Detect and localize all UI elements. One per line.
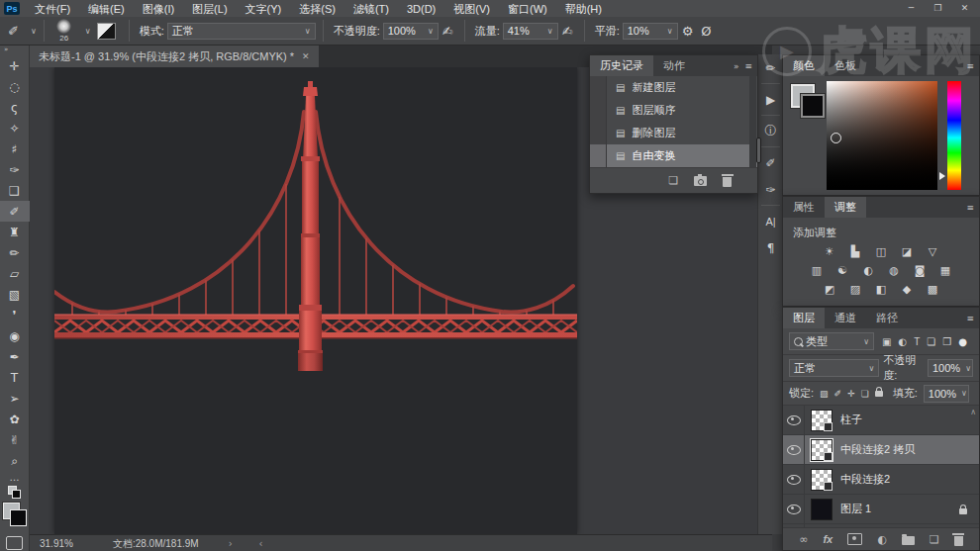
layer-name[interactable]: 中段连接2 拷贝	[840, 442, 915, 457]
menu-3d[interactable]: 3D(D)	[398, 1, 444, 17]
new-snapshot-camera-icon[interactable]	[694, 176, 707, 186]
symmetry-icon[interactable]: Ø	[701, 24, 711, 39]
history-item-selected[interactable]: ▤ 自由变换	[590, 144, 757, 167]
layer-row[interactable]: 图层 1	[783, 495, 979, 524]
hue-slider-handle[interactable]	[939, 172, 945, 180]
layer-blend-mode-select[interactable]: 正常 ∨	[789, 359, 879, 377]
history-item[interactable]: ▤ 删除图层	[590, 122, 757, 144]
menu-type[interactable]: 文字(Y)	[237, 1, 291, 17]
brush-settings-icon[interactable]: ✏	[758, 54, 783, 81]
add-layer-mask-icon[interactable]	[847, 533, 862, 545]
history-source-checkbox[interactable]	[590, 99, 607, 122]
lock-transparency-icon[interactable]: ▨	[820, 389, 829, 399]
panel-collapse-icon[interactable]: »	[734, 61, 739, 71]
layer-visibility-toggle[interactable]	[783, 435, 805, 464]
color-panel-swatches[interactable]	[791, 84, 825, 118]
tab-paths[interactable]: 路径	[866, 308, 908, 328]
saturation-brightness-field[interactable]	[827, 81, 937, 190]
actions-icon[interactable]: ▶	[758, 86, 783, 113]
panel-menu-icon[interactable]: ≡	[744, 61, 752, 71]
paragraph-panel-icon[interactable]: ¶	[758, 234, 783, 261]
restore-button[interactable]: ❐	[925, 0, 951, 16]
blend-mode-select[interactable]: 正常 ∨	[167, 23, 316, 40]
document-canvas[interactable]	[54, 67, 577, 534]
layer-filter-select[interactable]: 类型 ∨	[789, 332, 874, 350]
tab-actions[interactable]: 动作	[653, 55, 695, 76]
layer-row[interactable]: 中段连接2	[783, 465, 979, 495]
menu-file[interactable]: 文件(F)	[26, 1, 79, 17]
character-panel-icon[interactable]: A|	[758, 208, 783, 234]
foreground-background-swatches[interactable]	[3, 503, 27, 526]
close-button[interactable]: ✕	[951, 0, 978, 16]
lock-artboard-icon[interactable]: ❏	[861, 389, 869, 399]
menu-window[interactable]: 窗口(W)	[499, 1, 556, 17]
selective-color-icon[interactable]: ▩	[925, 282, 941, 297]
new-layer-icon[interactable]: ❏	[930, 533, 939, 546]
tab-color[interactable]: 颜色	[783, 55, 825, 76]
layer-style-fx-icon[interactable]: fx	[823, 533, 833, 545]
filter-adjustment-layers-icon[interactable]: ◐	[898, 336, 907, 347]
vibrance-icon[interactable]: ▽	[925, 244, 941, 259]
eraser-tool[interactable]: ▱	[0, 263, 30, 284]
history-item[interactable]: ▤ 新建图层	[590, 76, 757, 99]
menu-view[interactable]: 视图(V)	[444, 1, 499, 17]
layer-group-row[interactable]: 〉 组 1 ∨	[783, 524, 979, 527]
panel-menu-icon[interactable]: ≡	[966, 203, 974, 213]
background-color-swatch[interactable]	[10, 509, 27, 526]
new-group-icon[interactable]	[902, 536, 915, 545]
link-layers-icon[interactable]: ∞	[799, 533, 808, 546]
path-selection-tool[interactable]: ➢	[0, 388, 30, 409]
panel-menu-icon[interactable]: ≡	[966, 314, 974, 323]
channel-mixer-icon[interactable]: ◙	[912, 263, 929, 278]
status-prev-icon[interactable]: ‹	[258, 538, 274, 549]
lock-paint-icon[interactable]: ✐	[834, 389, 842, 399]
menu-help[interactable]: 帮助(H)	[556, 1, 611, 17]
opacity-select[interactable]: 100% ∨	[383, 23, 439, 40]
delete-layer-icon[interactable]	[954, 536, 963, 546]
smoothing-select[interactable]: 10% ∨	[623, 23, 678, 40]
invert-icon[interactable]: ◩	[822, 282, 838, 297]
tab-channels[interactable]: 通道	[825, 308, 866, 328]
black-white-icon[interactable]: ◐	[860, 263, 877, 278]
toggle-brush-panel-icon[interactable]	[97, 23, 116, 40]
toolbar-collapse-icon[interactable]: »	[0, 46, 8, 55]
history-source-checkbox[interactable]	[590, 144, 607, 167]
layer-thumbnail[interactable]	[811, 410, 833, 431]
hand-tool[interactable]: ✌	[0, 429, 30, 450]
healing-brush-tool[interactable]: ❑	[0, 180, 30, 201]
menu-edit[interactable]: 编辑(E)	[79, 1, 134, 17]
layer-visibility-toggle[interactable]	[783, 406, 805, 434]
gradient-map-icon[interactable]: ◆	[899, 282, 916, 297]
brush-preset-picker[interactable]: 26 ∨	[51, 19, 91, 43]
filter-shape-layers-icon[interactable]: ❏	[927, 336, 935, 347]
crop-tool[interactable]: ♯	[0, 138, 30, 159]
screen-mode-icon[interactable]	[6, 536, 23, 550]
lock-move-icon[interactable]: ✛	[847, 389, 855, 399]
levels-icon[interactable]: ▙	[847, 244, 864, 259]
layer-name[interactable]: 图层 1	[840, 502, 871, 516]
filter-smart-objects-icon[interactable]: ❐	[942, 336, 951, 347]
layer-thumbnail[interactable]	[811, 469, 833, 491]
threshold-icon[interactable]: ◧	[873, 282, 890, 297]
menu-image[interactable]: 图像(I)	[134, 1, 183, 17]
document-tab[interactable]: 未标题-1 @ 31.9% (中段连接2 拷贝, RGB/8/CMYK) * ✕	[30, 46, 319, 67]
info-icon[interactable]: ⓘ	[758, 118, 783, 144]
photo-filter-icon[interactable]: ◍	[886, 263, 903, 278]
pen-tool[interactable]: ✒	[0, 346, 30, 367]
tab-layers[interactable]: 图层	[783, 308, 825, 328]
lock-all-icon[interactable]	[875, 391, 883, 397]
tab-close-icon[interactable]: ✕	[302, 51, 310, 61]
shape-tool[interactable]: ✿	[0, 409, 30, 429]
filter-pixel-layers-icon[interactable]: ▣	[882, 336, 891, 347]
smoothing-options-gear-icon[interactable]: ⚙	[682, 24, 694, 39]
flow-select[interactable]: 41% ∨	[503, 23, 558, 40]
color-balance-icon[interactable]: ☯	[834, 263, 851, 278]
eyedropper-tool[interactable]: ✑	[0, 159, 30, 180]
history-brush-tool[interactable]: ✏	[0, 242, 30, 263]
airbrush-icon[interactable]: ✍	[562, 24, 573, 39]
move-tool[interactable]: ✛	[0, 55, 30, 76]
color-lookup-icon[interactable]: ▦	[937, 263, 954, 278]
minimize-button[interactable]: ─	[898, 0, 925, 16]
type-tool[interactable]: T	[0, 367, 30, 388]
tab-adjustments[interactable]: 调整	[825, 197, 866, 218]
